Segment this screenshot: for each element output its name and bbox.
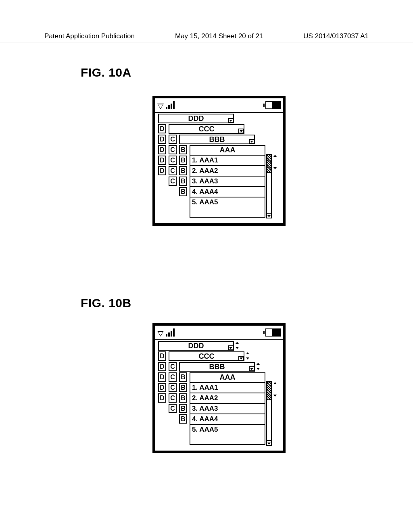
list-item[interactable]: 5. AAA5 <box>190 425 265 435</box>
tab-d[interactable]: D <box>158 362 166 371</box>
status-bar <box>155 326 283 340</box>
tab-c[interactable]: C <box>169 404 177 413</box>
tab-d[interactable]: D <box>158 145 166 154</box>
list-item[interactable]: 4. AAA4 <box>190 187 265 197</box>
tab-c[interactable]: C <box>169 145 177 154</box>
tab-c[interactable]: C <box>169 156 177 165</box>
tab-c[interactable]: C <box>169 177 177 186</box>
list-item[interactable]: 2. AAA2 <box>190 393 265 404</box>
content-area: DDD D D D D D CCC C C C C C BBB B B B B … <box>155 113 283 117</box>
battery-icon <box>263 328 281 337</box>
scroll-down-icon[interactable] <box>267 440 271 446</box>
dropdown-icon[interactable] <box>228 118 234 123</box>
layer-ccc-title: CCC <box>169 125 244 134</box>
content-area: DDD D D D D D CCC C C C C C BBB B B B B … <box>155 340 283 344</box>
updown-indicator <box>273 382 277 397</box>
header-right: US 2014/0137037 A1 <box>303 32 369 40</box>
figure-10a-label: FIG. 10A <box>81 66 131 79</box>
tab-c[interactable]: C <box>169 362 177 371</box>
aaa-list: 1. AAA1 2. AAA2 3. AAA3 4. AAA4 5. AAA5 <box>190 383 265 435</box>
signal-icon <box>157 101 175 109</box>
layer-ddd-title: DDD <box>159 114 233 123</box>
list-item[interactable]: 1. AAA1 <box>190 383 265 393</box>
list-item[interactable]: 3. AAA3 <box>190 404 265 414</box>
updown-indicator <box>257 363 261 370</box>
tab-b[interactable]: B <box>179 166 187 175</box>
tab-c[interactable]: C <box>169 135 177 144</box>
tab-d[interactable]: D <box>158 156 166 165</box>
tab-b[interactable]: B <box>179 156 187 165</box>
updown-indicator <box>273 155 277 169</box>
layer-ddd[interactable]: DDD <box>158 341 234 351</box>
dropdown-icon[interactable] <box>228 345 234 350</box>
layer-ccc[interactable]: CCC <box>169 351 244 361</box>
dropdown-icon[interactable] <box>238 356 244 361</box>
layer-aaa-title: AAA <box>190 146 265 156</box>
layer-aaa[interactable]: AAA 1. AAA1 2. AAA2 3. AAA3 4. AAA4 5. A… <box>190 372 265 445</box>
tab-b[interactable]: B <box>179 372 187 382</box>
dropdown-icon[interactable] <box>249 366 254 371</box>
layer-ccc-title: CCC <box>169 352 244 361</box>
layer-ddd[interactable]: DDD <box>158 114 234 123</box>
scroll-down-icon[interactable] <box>267 213 271 218</box>
tab-b[interactable]: B <box>179 187 187 196</box>
tab-b[interactable]: B <box>179 404 187 413</box>
tab-c[interactable]: C <box>169 166 177 175</box>
dropdown-icon[interactable] <box>238 129 244 133</box>
header-left: Patent Application Publication <box>44 32 135 40</box>
tab-d[interactable]: D <box>158 372 166 382</box>
layer-aaa-title: AAA <box>190 373 265 383</box>
list-item[interactable]: 3. AAA3 <box>190 177 265 187</box>
scrollbar[interactable] <box>266 381 272 446</box>
list-item[interactable]: 5. AAA5 <box>190 197 265 208</box>
scrollbar-thumb[interactable] <box>267 154 271 173</box>
tab-b[interactable]: B <box>179 145 187 154</box>
layer-bbb[interactable]: BBB <box>179 362 255 372</box>
status-bar <box>155 98 283 113</box>
layer-aaa[interactable]: AAA 1. AAA1 2. AAA2 3. AAA3 4. AAA4 5. A… <box>190 145 265 218</box>
tab-d[interactable]: D <box>158 393 166 403</box>
page-header: Patent Application Publication May 15, 2… <box>0 32 413 42</box>
tab-d[interactable]: D <box>158 383 166 392</box>
layer-bbb-title: BBB <box>180 363 254 372</box>
tab-b[interactable]: B <box>179 383 187 392</box>
tab-c[interactable]: C <box>169 383 177 392</box>
scrollbar-thumb[interactable] <box>267 382 271 400</box>
tab-b[interactable]: B <box>179 393 187 403</box>
layer-ccc[interactable]: CCC <box>169 124 244 134</box>
aaa-list: 1. AAA1 2. AAA2 3. AAA3 4. AAA4 5. AAA5 <box>190 156 265 208</box>
tab-c[interactable]: C <box>169 393 177 403</box>
phone-screen-b: DDD D D D D D CCC C C C C C BBB B B B B … <box>152 323 286 453</box>
layer-bbb[interactable]: BBB <box>179 135 255 144</box>
battery-icon <box>263 101 281 109</box>
tab-d[interactable]: D <box>158 166 166 175</box>
dropdown-icon[interactable] <box>249 139 254 144</box>
layer-bbb-title: BBB <box>180 135 254 144</box>
list-item[interactable]: 4. AAA4 <box>190 414 265 425</box>
tab-d[interactable]: D <box>158 135 166 144</box>
tab-b[interactable]: B <box>179 177 187 186</box>
updown-indicator <box>236 342 240 349</box>
layer-ddd-title: DDD <box>159 342 233 351</box>
tab-b[interactable]: B <box>179 414 187 424</box>
tab-d[interactable]: D <box>158 351 166 361</box>
phone-screen-a: DDD D D D D D CCC C C C C C BBB B B B B … <box>152 96 286 226</box>
list-item[interactable]: 2. AAA2 <box>190 166 265 177</box>
list-item[interactable]: 1. AAA1 <box>190 156 265 166</box>
tab-d[interactable]: D <box>158 124 166 133</box>
scrollbar[interactable] <box>266 154 272 218</box>
header-center: May 15, 2014 Sheet 20 of 21 <box>175 32 263 40</box>
signal-icon <box>157 328 175 337</box>
tab-c[interactable]: C <box>169 372 177 382</box>
updown-indicator <box>246 352 250 360</box>
figure-10b-label: FIG. 10B <box>81 296 131 310</box>
